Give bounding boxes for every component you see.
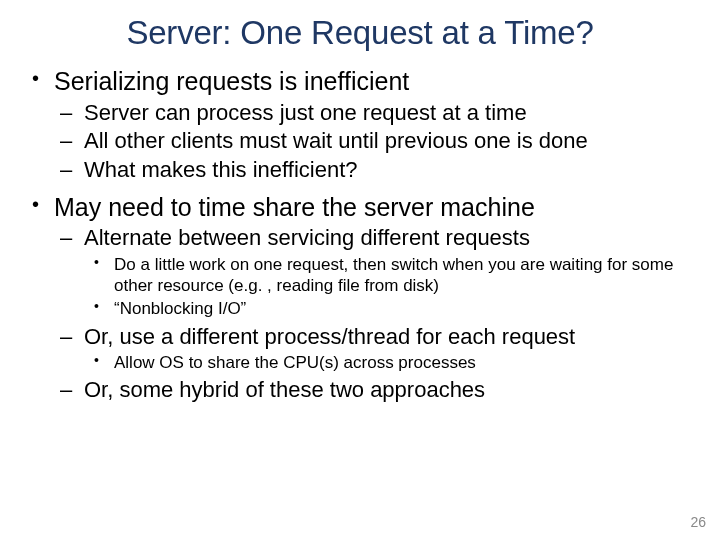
bullet-text: Serializing requests is inefficient: [54, 67, 409, 95]
subsub-item: Allow OS to share the CPU(s) across proc…: [84, 352, 692, 373]
sub-list: Alternate between servicing different re…: [54, 225, 692, 404]
bullet-item: Serializing requests is inefficient Serv…: [28, 66, 692, 184]
bullet-text: May need to time share the server machin…: [54, 193, 535, 221]
subsub-list: Do a little work on one request, then sw…: [84, 254, 692, 319]
sub-item: Or, some hybrid of these two approaches: [54, 377, 692, 404]
sub-item: All other clients must wait until previo…: [54, 128, 692, 155]
bullet-list: Serializing requests is inefficient Serv…: [28, 66, 692, 404]
page-number: 26: [690, 514, 706, 530]
sub-item: What makes this inefficient?: [54, 157, 692, 184]
subsub-list: Allow OS to share the CPU(s) across proc…: [84, 352, 692, 373]
sub-list: Server can process just one request at a…: [54, 100, 692, 184]
sub-item: Server can process just one request at a…: [54, 100, 692, 127]
subsub-item: “Nonblocking I/O”: [84, 298, 692, 319]
slide: Server: One Request at a Time? Serializi…: [0, 0, 720, 404]
sub-text: Alternate between servicing different re…: [84, 225, 530, 250]
bullet-item: May need to time share the server machin…: [28, 192, 692, 404]
sub-item: Or, use a different process/thread for e…: [54, 324, 692, 374]
sub-text: Or, use a different process/thread for e…: [84, 324, 575, 349]
slide-title: Server: One Request at a Time?: [28, 14, 692, 52]
sub-item: Alternate between servicing different re…: [54, 225, 692, 319]
subsub-item: Do a little work on one request, then sw…: [84, 254, 692, 296]
